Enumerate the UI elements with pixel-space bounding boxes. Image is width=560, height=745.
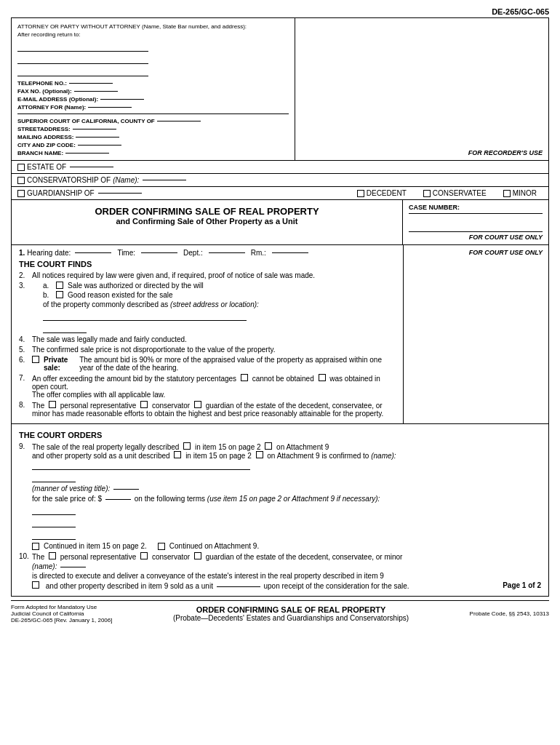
page-num: Page 1 of 2 <box>503 581 541 589</box>
continued-row: Continued in item 15 on page 2. Continue… <box>32 542 541 550</box>
item8-guard-checkbox[interactable] <box>194 401 201 408</box>
title-section: ORDER CONFIRMING SALE OF REAL PROPERTY a… <box>11 200 549 245</box>
continued-item15: Continued in item 15 on page 2. <box>32 542 147 550</box>
continued-item15-checkbox[interactable] <box>32 543 39 550</box>
minor-checkbox[interactable] <box>503 190 511 197</box>
item-7: 7. An offer exceeding the amount bid by … <box>19 374 396 399</box>
item-8-row1: The personal representative conservator … <box>32 401 396 418</box>
case-number-value <box>409 216 543 228</box>
footer-center: ORDER CONFIRMING SALE OF REAL PROPERTY (… <box>173 605 409 622</box>
item10-name-dash <box>60 567 86 567</box>
item3b-checkbox[interactable] <box>56 291 63 298</box>
telephone-label: TELEPHONE NO.: <box>17 80 289 87</box>
court-use-right-box: FOR COURT USE ONLY <box>403 245 548 423</box>
footer-right: Probate Code, §§ 2543, 10313 <box>470 610 549 617</box>
manner-dash <box>113 489 139 490</box>
county-dash <box>157 121 201 121</box>
hearing-date-dash <box>75 252 111 253</box>
guardianship-right: DECEDENT CONSERVATEE MINOR <box>357 189 543 197</box>
item8-rep-checkbox[interactable] <box>49 401 56 408</box>
address-line-1 <box>43 311 247 321</box>
item9-on-checkbox[interactable] <box>265 442 272 450</box>
item-3a: a. Sale was authorized or directed by th… <box>43 282 396 290</box>
main-body: 1. Hearing date: Time: Dept.: Rm.: THE C… <box>11 245 549 597</box>
item-4: 4. The sale was legally made and fairly … <box>19 335 396 343</box>
item9-in-checkbox[interactable] <box>183 442 191 450</box>
mailing-dash <box>76 137 119 138</box>
footer: Form Adopted for Mandatory Use Judicial … <box>11 600 549 624</box>
item-9: 9. The sale of the real property legally… <box>19 442 541 550</box>
decedent-item: DECEDENT <box>357 189 407 197</box>
fax-dash <box>74 91 118 92</box>
email-dash <box>100 99 144 100</box>
terms-line-1 <box>32 505 76 515</box>
item7-was-checkbox[interactable] <box>319 374 326 381</box>
terms-line-2 <box>32 517 76 527</box>
item-10-row1: The personal representative conservator … <box>32 552 541 561</box>
attorney-label: ATTORNEY OR PARTY WITHOUT ATTORNEY (Name… <box>17 23 289 30</box>
telephone-dash <box>69 83 113 84</box>
dept-dash <box>209 252 245 253</box>
estate-name-dash <box>70 167 113 167</box>
item10-other-checkbox[interactable] <box>32 581 39 589</box>
item10-guard-checkbox[interactable] <box>194 552 201 559</box>
item-10-directed: is directed to execute and deliver a con… <box>32 572 541 580</box>
item9-on2-checkbox[interactable] <box>256 451 263 458</box>
mailing-label: MAILING ADDRESS: <box>17 134 289 140</box>
rm-dash <box>272 252 308 253</box>
conservatorship-checkbox[interactable] <box>17 177 25 184</box>
court-orders-heading: THE COURT ORDERS <box>19 431 541 439</box>
item7-cannot-checkbox[interactable] <box>241 374 248 381</box>
conservatee-checkbox[interactable] <box>423 190 431 197</box>
branch-dash <box>65 153 109 154</box>
item-2: 2. All notices required by law were give… <box>19 271 396 279</box>
case-number-label: CASE NUMBER: <box>409 204 543 211</box>
form-number: DE-265/GC-065 <box>11 7 549 16</box>
continued-attachment: Continued on Attachment 9. <box>158 542 259 550</box>
body-flex: 1. Hearing date: Time: Dept.: Rm.: THE C… <box>12 245 548 423</box>
item-10-other-row: and other property described in item 9 s… <box>32 581 541 590</box>
after-recording-label: After recording return to: <box>17 31 289 38</box>
item-5: 5. The confirmed sale price is not dispr… <box>19 346 396 354</box>
continued-attachment-checkbox[interactable] <box>158 543 165 550</box>
item-7-content: An offer exceeding the amount bid by the… <box>32 374 396 399</box>
conservatorship-row: CONSERVATORSHIP OF (Name): <box>11 174 549 187</box>
body-left-content: 1. Hearing date: Time: Dept.: Rm.: THE C… <box>12 245 403 423</box>
court-orders-section: THE COURT ORDERS 9. The sale of the real… <box>12 423 548 596</box>
item-10-row2: (name): <box>32 562 541 570</box>
street-dash <box>73 129 116 130</box>
item-8-content: The personal representative conservator … <box>32 401 396 418</box>
city-label: CITY AND ZIP CODE: <box>17 142 289 148</box>
branch-label: BRANCH NAME: <box>17 150 289 156</box>
item-9-content: The sale of the real property legally de… <box>32 442 541 550</box>
title-left: ORDER CONFIRMING SALE OF REAL PROPERTY a… <box>12 200 403 244</box>
item-3-address-lines <box>43 311 396 333</box>
estate-row: ESTATE OF <box>11 161 549 174</box>
decedent-checkbox[interactable] <box>357 190 364 197</box>
item-3: 3. a. Sale was authorized or directed by… <box>19 282 396 333</box>
item-6-row: Private sale: The amount bid is 90% or m… <box>32 356 396 372</box>
conservatorship-name-dash <box>143 180 186 180</box>
minor-item: MINOR <box>503 189 537 197</box>
form-title-sub: and Confirming Sale of Other Property as… <box>17 217 396 226</box>
addr-line-1 <box>17 41 148 52</box>
item-9-name-line <box>32 460 541 482</box>
estate-checkbox[interactable] <box>17 164 25 171</box>
addr-line-3 <box>17 66 148 76</box>
address-block <box>17 41 289 76</box>
item10-cons-checkbox[interactable] <box>140 552 148 559</box>
guardianship-checkbox[interactable] <box>17 190 25 197</box>
item8-cons-checkbox[interactable] <box>140 401 148 408</box>
item9-name-dash2 <box>32 472 76 482</box>
item9-in2-checkbox[interactable] <box>174 451 181 458</box>
guardianship-left: GUARDIANSHIP OF <box>17 189 143 197</box>
item10-rep-checkbox[interactable] <box>49 552 56 559</box>
conservatee-item: CONSERVATEE <box>423 189 487 197</box>
item6-checkbox[interactable] <box>32 356 39 363</box>
sale-price-dash <box>105 499 131 500</box>
item-7-row2: The offer complies with all applicable l… <box>32 391 396 399</box>
item3a-checkbox[interactable] <box>56 282 63 289</box>
court-use-only-label: FOR COURT USE ONLY <box>409 231 543 241</box>
address-line-2 <box>43 323 87 333</box>
guardianship-row: GUARDIANSHIP OF DECEDENT CONSERVATEE MIN… <box>11 187 549 200</box>
